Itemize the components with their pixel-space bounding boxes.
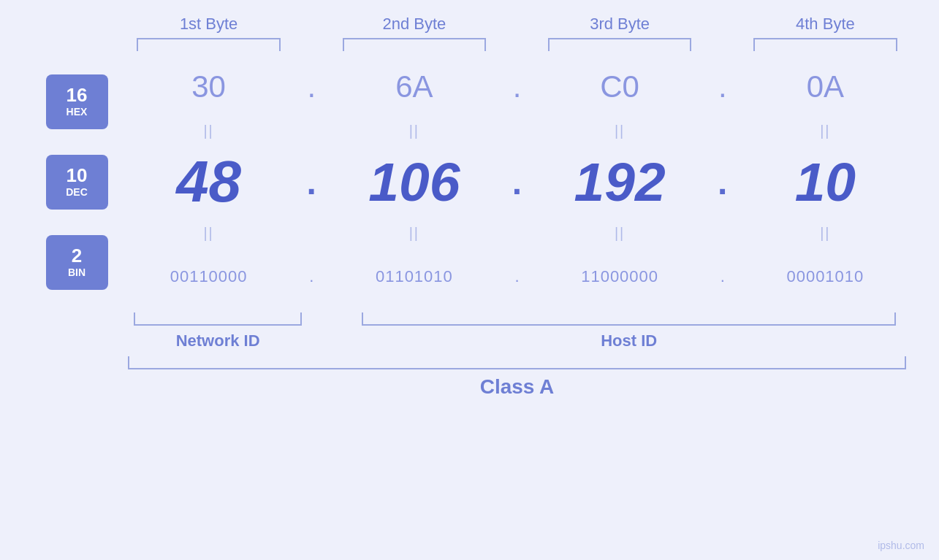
dec-label: DEC [66,186,88,198]
byte1-bracket-top [137,38,281,51]
dot3: . [704,69,741,104]
byte2-bracket-top [343,38,487,51]
dec-val-2: 106 [330,150,498,213]
network-id-bracket [134,312,303,326]
content-area: 16 HEX 10 DEC 2 BIN 30 . [29,54,910,310]
class-row: Class A [29,356,910,399]
bin-label: BIN [68,266,85,278]
bin-badge: 2 BIN [46,235,108,290]
equals-row-2: || || || || [124,222,910,244]
hex-row: 30 . 6A . C0 . 0A [124,54,910,120]
eq5: || [124,222,293,244]
bottom-area: Network ID Host ID [29,312,910,350]
dec-val-3: 192 [536,150,704,213]
dot7: . [293,267,330,286]
values-grid: 30 . 6A . C0 . 0A [124,54,910,310]
hex-val-4: 0A [741,69,910,104]
main-container: 1st Byte 2nd Byte 3rd Byte 4th Byte 16 H… [0,0,939,560]
byte4-label: 4th Byte [796,15,855,34]
host-id-label: Host ID [601,331,657,350]
hex-val-2: 6A [330,69,498,104]
header-row: 1st Byte 2nd Byte 3rd Byte 4th Byte [29,15,910,51]
dot8: . [499,267,536,286]
dot9: . [704,267,741,286]
hex-val-1: 30 [124,69,293,104]
byte2-col: 2nd Byte [330,15,498,51]
dot2: . [499,69,536,104]
network-id-section: Network ID [124,312,311,350]
bin-val-2: 01101010 [330,267,498,286]
dot1: . [293,69,330,104]
byte4-bracket-top [753,38,897,51]
hex-label: HEX [66,106,88,118]
hex-badge: 16 HEX [46,74,108,129]
brackets-row: Network ID Host ID [124,312,910,350]
dec-val-1: 48 [124,148,293,215]
bin-row: 00110000 . 01101010 . 11000000 . [124,244,910,310]
dot6: . [704,162,741,202]
dec-number: 10 [66,166,88,185]
eq3: || [536,120,704,142]
byte4-col: 4th Byte [741,15,910,51]
byte3-bracket-top [548,38,692,51]
bin-val-3: 11000000 [536,267,704,286]
bin-val-1: 00110000 [124,267,293,286]
bin-number: 2 [72,246,82,265]
eq4: || [741,120,910,142]
byte2-label: 2nd Byte [382,15,446,34]
dec-badge: 10 DEC [46,155,108,210]
eq6: || [330,222,498,244]
watermark: ipshu.com [878,540,924,551]
byte1-label: 1st Byte [180,15,237,34]
network-id-label: Network ID [176,331,260,350]
class-bracket [128,356,906,369]
dec-val-4: 10 [741,150,910,213]
byte3-col: 3rd Byte [536,15,704,51]
hex-number: 16 [66,85,88,104]
eq2: || [330,120,498,142]
eq1: || [124,120,293,142]
host-id-bracket [362,312,895,326]
byte1-col: 1st Byte [124,15,293,51]
dot5: . [499,162,536,202]
class-label: Class A [480,375,555,399]
bin-val-4: 00001010 [741,267,910,286]
eq7: || [536,222,704,244]
eq8: || [741,222,910,244]
base-labels: 16 HEX 10 DEC 2 BIN [29,54,124,310]
dec-row: 48 . 106 . 192 . 10 [124,142,910,222]
host-id-section: Host ID [348,312,910,350]
dot4: . [293,162,330,202]
byte3-label: 3rd Byte [590,15,650,34]
hex-val-3: C0 [536,69,704,104]
equals-row-1: || || || || [124,120,910,142]
